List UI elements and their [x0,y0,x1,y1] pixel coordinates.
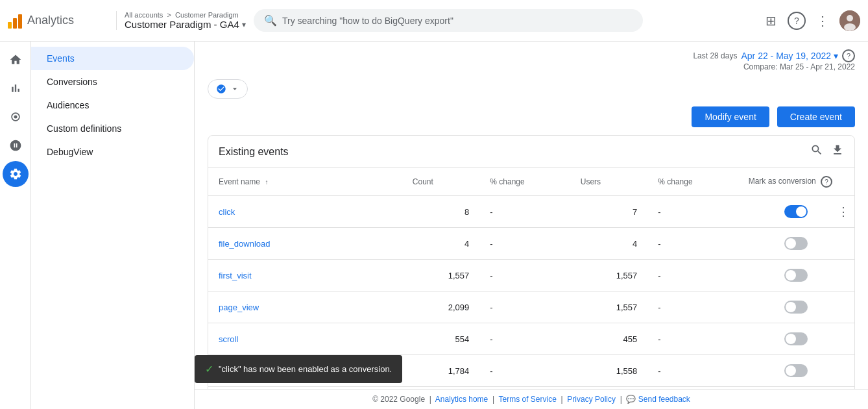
main-layout: Events Conversions Audiences Custom defi… [0,42,868,409]
toggle-knob [786,238,796,249]
conversion-cell [738,260,854,291]
breadcrumb: All accounts > Customer Paradigm [125,11,246,19]
count-cell: 2,099 [402,291,480,323]
logo-area: Analytics [8,13,108,29]
event-name-link[interactable]: file_download [219,239,271,249]
event-name-link[interactable]: first_visit [219,271,252,280]
pct-change-cell: - [479,228,570,260]
pct-change-cell: - [479,355,570,387]
sidebar-item-home[interactable] [3,47,29,73]
analytics-home-link[interactable]: Analytics home [435,395,488,404]
sidebar-item-advertising[interactable] [3,132,29,158]
search-bar[interactable]: 🔍 Try searching "how to do BigQuery expo… [254,9,643,32]
row-more-menu-button[interactable]: ⋮ [838,204,849,219]
snackbar-check-icon: ✓ [205,363,213,375]
logo-bar-3 [18,14,22,29]
count-cell: 1,784 [402,355,480,387]
account-name-selector[interactable]: Customer Paradigm - GA4 ▾ [125,19,246,30]
date-info-icon[interactable]: ? [842,49,855,62]
toggle-knob [786,270,796,280]
more-options-button[interactable]: ⋮ [811,9,834,32]
filter-bar [195,79,868,106]
help-button[interactable]: ? [788,12,806,30]
col-header-count: Count [402,168,480,196]
event-name-cell: first_visit [208,260,402,291]
conversion-toggle[interactable] [784,269,808,282]
count-cell: 4 [402,228,480,260]
conversion-toggle[interactable] [784,205,808,218]
terms-of-service-link[interactable]: Terms of Service [498,395,556,404]
header-actions: ⊞ ? ⋮ [759,9,860,32]
nav-item-debugview[interactable]: DebugView [31,140,194,164]
count-cell: 1,557 [402,260,480,291]
content-area: Last 28 days Apr 22 - May 19, 2022 ▾ ? C… [195,42,868,409]
events-header-bar: Existing events [208,136,854,168]
logo-bar-2 [13,18,17,29]
event-name-link[interactable]: page_view [219,303,259,312]
account-name-text: Customer Paradigm - GA4 [125,19,239,30]
event-name-cell: scroll [208,323,402,355]
event-name-link[interactable]: click [219,207,235,217]
col-header-users: Users [570,168,648,196]
conversion-cell [738,323,854,355]
users-cell: 7 [570,196,648,228]
chevron-down-icon: ▾ [242,20,246,29]
toggle-knob [786,302,796,312]
users-pct-change-cell: - [647,355,738,387]
all-accounts-link[interactable]: All accounts [125,11,163,19]
apps-grid-button[interactable]: ⊞ [759,9,782,32]
avatar[interactable] [839,10,860,31]
event-name-cell: click [208,196,402,228]
modify-event-button[interactable]: Modify event [692,106,769,127]
toggle-knob [796,206,806,217]
conversion-toggle[interactable] [784,237,808,250]
toggle-knob [786,366,796,376]
conversion-toggle[interactable] [784,332,808,345]
nav-item-audiences[interactable]: Audiences [31,93,194,117]
period-label: Last 28 days [693,51,737,60]
conversion-toggle[interactable] [784,301,808,314]
event-name-cell: page_view [208,291,402,323]
search-icon: 🔍 [264,14,277,27]
top-header: Analytics All accounts > Customer Paradi… [0,0,868,42]
account-breadcrumb: Customer Paradigm [175,11,239,19]
nav-custom-definitions-label: Custom definitions [47,123,121,134]
events-actions [810,143,844,160]
privacy-policy-link[interactable]: Privacy Policy [567,395,616,404]
count-cell: 554 [402,323,480,355]
toggle-knob [786,334,796,344]
download-events-button[interactable] [831,143,844,160]
sidebar-item-explore[interactable] [3,104,29,130]
nav-item-conversions[interactable]: Conversions [31,70,194,93]
logo-bar-1 [8,22,12,29]
snackbar-message: "click" has now been enabled as a conver… [219,364,392,374]
send-feedback-link[interactable]: Send feedback [638,395,690,404]
filter-chip[interactable] [208,79,248,99]
date-range-selector[interactable]: Apr 22 - May 19, 2022 ▾ [741,51,838,61]
pct-change-cell: - [479,291,570,323]
users-pct-change-cell: - [647,260,738,291]
col-header-event-name: Event name ↑ [208,168,402,196]
event-name-cell: file_download [208,228,402,260]
event-name-link[interactable]: scroll [219,334,238,344]
conversion-cell [738,355,854,387]
conversion-toggle[interactable] [784,364,808,377]
users-cell: 1,558 [570,355,648,387]
sort-icon[interactable]: ↑ [265,179,268,186]
svg-point-1 [847,15,853,21]
date-toolbar: Last 28 days Apr 22 - May 19, 2022 ▾ ? C… [195,42,868,79]
sidebar-item-configure[interactable] [3,161,29,187]
sidebar-item-reports[interactable] [3,75,29,101]
conversion-help-icon[interactable]: ? [821,176,832,188]
create-event-button[interactable]: Create event [777,106,855,127]
nav-item-custom-definitions[interactable]: Custom definitions [31,117,194,140]
table-row: file_download4-4- [208,228,854,260]
col-header-conversion: Mark as conversion ? [738,168,854,196]
conversion-cell: ⋮ [738,196,854,228]
logo-icon [8,13,22,29]
search-events-button[interactable] [810,143,823,160]
nav-audiences-label: Audiences [47,100,89,110]
snackbar: ✓ "click" has now been enabled as a conv… [195,355,402,383]
nav-item-events[interactable]: Events [31,47,194,70]
pct-change-cell: - [479,196,570,228]
